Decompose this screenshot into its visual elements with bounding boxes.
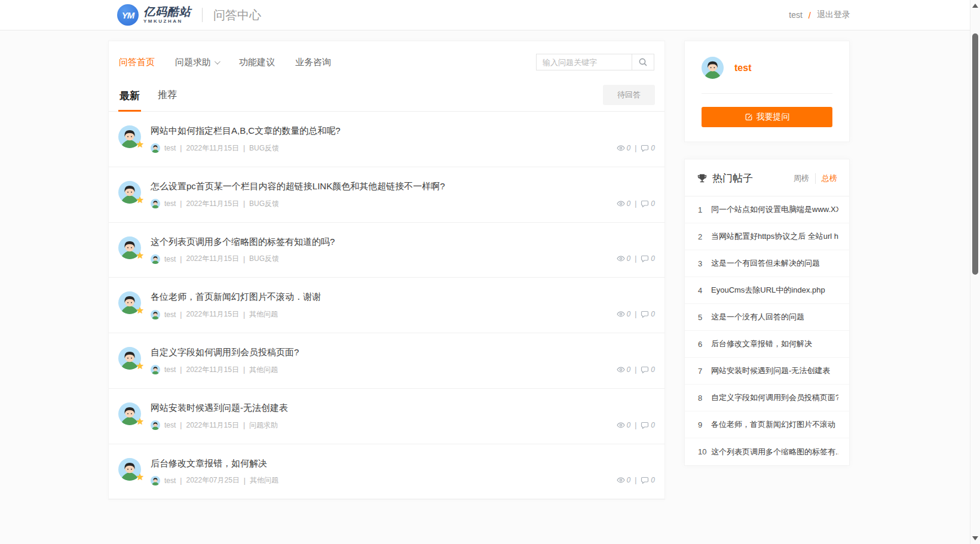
comments-icon: [641, 254, 649, 263]
scroll-down-arrow-icon[interactable]: [972, 536, 978, 540]
scrollbar-thumb[interactable]: [972, 33, 978, 275]
question-title[interactable]: 后台修改文章报错，如何解决: [151, 458, 617, 469]
question-title[interactable]: 这个列表页调用多个缩略图的标签有知道的吗?: [151, 236, 617, 248]
question-item[interactable]: ★ 自定义字段如何调用到会员投稿页面? test | 2022年11月15日 |…: [109, 333, 664, 389]
user-card: test 我要提问: [684, 41, 850, 142]
hot-post-item[interactable]: 8自定义字段如何调用到会员投稿页面?: [685, 385, 849, 411]
hot-post-item[interactable]: 10这个列表页调用多个缩略图的标签有...: [685, 438, 849, 465]
hot-post-title: 各位老师，首页新闻幻灯图片不滚动．...: [711, 419, 838, 430]
nav-item-business[interactable]: 业务咨询: [295, 57, 331, 68]
comments-count: 0: [651, 254, 655, 263]
user-avatar: ★: [118, 458, 141, 481]
comments-icon: [641, 310, 649, 318]
question-panel: 问答首页 问题求助 功能建议 业务咨询 最新 推荐 待回答 ★: [108, 41, 665, 500]
question-title[interactable]: 各位老师，首页新闻幻灯图片不滚动．谢谢: [151, 291, 617, 303]
question-item[interactable]: ★ 怎么设置pc首页某一个栏目内容的超链接LINK颜色和其他超链接不一样啊? t…: [109, 167, 664, 223]
hot-post-title: 这是一个有回答但未解决的问题: [711, 258, 820, 269]
question-title[interactable]: 网站安装时候遇到问题-无法创建表: [151, 402, 617, 414]
post-date: 2022年11月15日: [186, 199, 239, 209]
question-title[interactable]: 怎么设置pc首页某一个栏目内容的超链接LINK颜色和其他超链接不一样啊?: [151, 181, 617, 192]
user-avatar: ★: [118, 181, 141, 204]
user-avatar: ★: [118, 125, 141, 148]
hot-post-title: EyouCms去除URL中的index.php: [711, 285, 825, 296]
hot-tab-total[interactable]: 总榜: [815, 173, 837, 184]
medal-badge-icon: ★: [136, 195, 144, 205]
hot-rank: 6: [698, 340, 711, 349]
scrollbar[interactable]: [970, 0, 980, 544]
meta-separator: |: [244, 477, 246, 485]
author-avatar: [151, 476, 160, 485]
ask-question-button[interactable]: 我要提问: [702, 107, 832, 127]
author-avatar: [151, 365, 160, 374]
scroll-up-arrow-icon[interactable]: [972, 4, 978, 8]
search-input[interactable]: [536, 54, 632, 70]
author-avatar: [151, 254, 160, 264]
hot-rank: 1: [698, 205, 711, 214]
post-date: 2022年11月15日: [186, 365, 239, 375]
hot-post-item[interactable]: 2当网站配置好https协议之后 全站url h...: [685, 223, 849, 250]
views-icon: [617, 199, 625, 208]
question-title[interactable]: 网站中如何指定栏目A,B,C文章的数量的总和呢?: [151, 125, 617, 137]
views-icon: [617, 310, 625, 318]
meta-separator: |: [243, 365, 245, 374]
hot-rank: 2: [698, 232, 711, 241]
views-icon: [617, 476, 625, 484]
brand-logo-icon: YM: [117, 4, 139, 26]
author-avatar: [151, 199, 160, 208]
question-title[interactable]: 自定义字段如何调用到会员投稿页面?: [151, 347, 617, 358]
meta-separator: |: [243, 421, 245, 429]
username-link[interactable]: test: [789, 10, 803, 20]
tab-latest[interactable]: 最新: [118, 85, 141, 111]
author-name: test: [164, 365, 176, 374]
header: YM 亿码酷站 YMKUZHAN 问答中心 test / 退出登录: [0, 0, 980, 30]
user-avatar: ★: [118, 291, 141, 314]
author-name: test: [164, 421, 176, 429]
trophy-icon: [697, 173, 708, 184]
medal-badge-icon: ★: [136, 305, 144, 316]
views-count: 0: [627, 421, 631, 429]
nav-item-feature[interactable]: 功能建议: [239, 57, 275, 68]
user-avatar: ★: [118, 236, 141, 259]
views-count: 0: [627, 199, 631, 208]
sidebar-username: test: [734, 63, 751, 73]
meta-separator: |: [180, 255, 182, 263]
author-name: test: [164, 477, 176, 485]
question-item[interactable]: ★ 后台修改文章报错，如何解决 test | 2022年07月25日 | 其他问…: [109, 444, 664, 500]
views-icon: [617, 254, 625, 263]
brand-name: 亿码酷站: [143, 6, 191, 17]
hot-post-item[interactable]: 1同一个站点如何设置电脑端是www.XX...: [685, 196, 849, 223]
logout-link[interactable]: 退出登录: [817, 10, 850, 20]
hot-post-item[interactable]: 9各位老师，首页新闻幻灯图片不滚动．...: [685, 411, 849, 438]
hot-post-item[interactable]: 5这是一个没有人回答的问题: [685, 304, 849, 331]
hot-post-item[interactable]: 6后台修改文章报错，如何解决: [685, 331, 849, 358]
question-item[interactable]: ★ 这个列表页调用多个缩略图的标签有知道的吗? test | 2022年11月1…: [109, 223, 664, 278]
hot-post-item[interactable]: 3这是一个有回答但未解决的问题: [685, 250, 849, 277]
pending-answer-button[interactable]: 待回答: [603, 85, 655, 105]
question-item[interactable]: ★ 网站安装时候遇到问题-无法创建表 test | 2022年11月15日 | …: [109, 389, 664, 444]
post-date: 2022年11月15日: [186, 309, 239, 319]
nav-item-help[interactable]: 问题求助: [175, 57, 219, 68]
hot-post-title: 后台修改文章报错，如何解决: [711, 339, 812, 349]
question-item[interactable]: ★ 网站中如何指定栏目A,B,C文章的数量的总和呢? test | 2022年1…: [109, 112, 664, 167]
stat-separator: |: [635, 144, 636, 152]
medal-badge-icon: ★: [136, 472, 144, 482]
comments-count: 0: [651, 144, 655, 152]
views-count: 0: [627, 254, 631, 263]
post-category: BUG反馈: [249, 199, 279, 209]
stat-separator: |: [635, 310, 636, 318]
post-date: 2022年07月25日: [186, 475, 239, 485]
tab-recommended[interactable]: 推荐: [157, 85, 178, 111]
nav-item-qa-home[interactable]: 问答首页: [119, 57, 155, 68]
meta-separator: |: [243, 144, 245, 152]
author-name: test: [164, 199, 176, 208]
meta-separator: |: [180, 311, 182, 319]
question-item[interactable]: ★ 各位老师，首页新闻幻灯图片不滚动．谢谢 test | 2022年11月15日…: [109, 278, 664, 333]
hot-post-item[interactable]: 7网站安装时候遇到问题-无法创建表: [685, 358, 849, 385]
hot-tab-week[interactable]: 周榜: [788, 173, 815, 184]
hot-post-item[interactable]: 4EyouCms去除URL中的index.php: [685, 277, 849, 304]
hot-posts-list: 1同一个站点如何设置电脑端是www.XX... 2当网站配置好https协议之后…: [685, 196, 849, 465]
hot-post-title: 自定义字段如何调用到会员投稿页面?: [711, 392, 838, 403]
brand[interactable]: YM 亿码酷站 YMKUZHAN 问答中心: [117, 4, 261, 26]
stat-separator: |: [635, 254, 636, 263]
search-button[interactable]: [632, 54, 654, 70]
